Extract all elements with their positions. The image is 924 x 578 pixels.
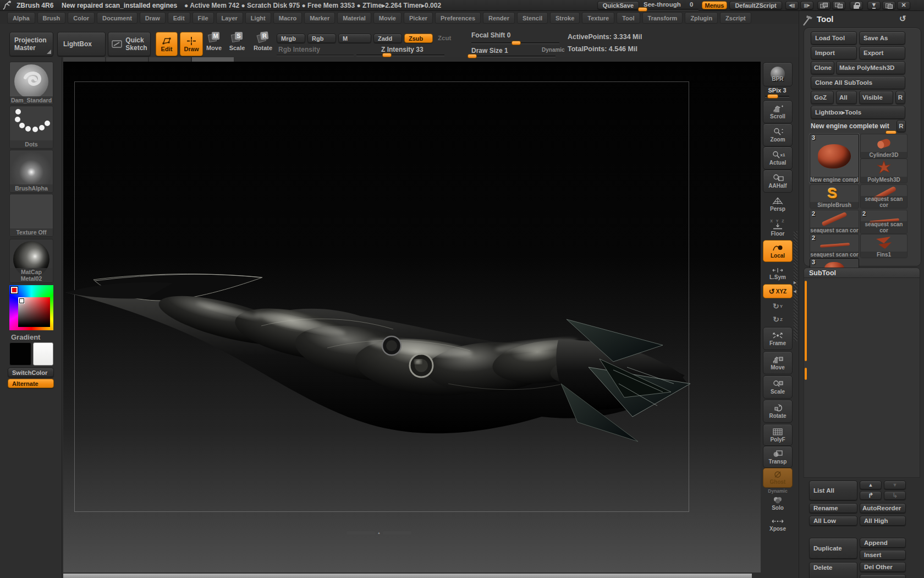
subtool-down-button[interactable]: ▼ (884, 481, 906, 489)
shelf-floor-button[interactable]: X Y Z Floor (763, 216, 793, 240)
menu-file[interactable]: File (193, 12, 214, 24)
default-zscript-button[interactable]: DefaultZScript (729, 1, 782, 9)
menu-brush[interactable]: Brush (37, 12, 66, 24)
stroke-thumbnail[interactable]: Dots (9, 106, 53, 149)
shelf-spix-slider[interactable]: SPix 3 (763, 87, 791, 98)
goz-r-button[interactable]: R (895, 91, 905, 104)
shelf-frame-button[interactable]: Frame (763, 327, 793, 350)
quicksave-button[interactable]: QuickSave (597, 1, 639, 9)
menu-tool[interactable]: Tool (617, 12, 640, 24)
color-picker[interactable] (9, 285, 53, 330)
autoreorder-button[interactable]: AutoReorder (860, 503, 906, 513)
draw-size-slider[interactable] (468, 56, 556, 57)
menu-draw[interactable]: Draw (140, 12, 166, 24)
menus-button[interactable]: Menus (702, 1, 727, 9)
draw-button[interactable]: Draw (180, 32, 203, 56)
menu-zplugin[interactable]: Zplugin (685, 12, 718, 24)
menu-transform[interactable]: Transform (642, 12, 683, 24)
rgb-button[interactable]: Rgb (307, 34, 336, 43)
draw-size-label[interactable]: Draw Size 1 (471, 47, 508, 54)
scrub-segment[interactable] (149, 57, 191, 62)
restore-window-button[interactable] (882, 1, 895, 9)
sculpt-model[interactable] (63, 62, 761, 572)
draw-size-slider-handle[interactable] (468, 54, 477, 58)
lightbox-button[interactable]: LightBox (57, 32, 106, 56)
menu-light[interactable]: Light (245, 12, 271, 24)
shelf-move-button[interactable]: Move (763, 351, 793, 374)
load-tool-button[interactable]: Load Tool (811, 31, 857, 45)
shrink-right-tray-button[interactable]: |||▸ (800, 1, 813, 9)
see-through-slider-handle[interactable] (638, 7, 647, 12)
active-tool-name[interactable]: New engine complete wit (811, 122, 893, 130)
color-picker-sv-square[interactable] (18, 297, 50, 327)
z-intensity-slider[interactable] (356, 54, 444, 56)
move-elements-right-button[interactable] (832, 1, 845, 9)
all-high-button[interactable]: All High (860, 516, 906, 526)
delete-button[interactable]: Delete (809, 562, 857, 578)
menu-layer[interactable]: Layer (216, 12, 243, 24)
subtool-scroll-indicator[interactable] (805, 281, 807, 361)
tool-thumb-polymesh3d[interactable]: PolyMesh3D (860, 159, 908, 183)
shrink-left-tray-button[interactable]: ◂||| (785, 1, 799, 9)
lock-button[interactable] (850, 1, 863, 9)
tool-thumb-fins1[interactable]: Fins1 (860, 234, 908, 258)
main-color-swatch[interactable] (9, 342, 31, 366)
zadd-button[interactable]: Zadd (373, 34, 402, 43)
tool-thumb-seaquest-3[interactable]: 2 seaquest scan cor (860, 210, 908, 234)
shelf-local-button[interactable]: Local (763, 240, 793, 262)
tool-panel-reset-icon[interactable]: ↺ (899, 14, 906, 24)
spix-slider-handle[interactable] (767, 94, 778, 99)
shelf-bpr-button[interactable]: BPR (763, 62, 793, 86)
quick-sketch-button[interactable]: Quick Sketch (108, 32, 151, 56)
export-button[interactable]: Export (859, 46, 905, 59)
append-button[interactable]: Append (860, 538, 906, 548)
divider-arrow-left-icon[interactable]: ◂ (794, 288, 796, 294)
shelf-aahalf-button[interactable]: AAHalf (763, 170, 793, 193)
subtool-up-button[interactable]: ▲ (860, 481, 882, 489)
clone-button[interactable]: Clone (811, 61, 834, 74)
scroll-arrows-icon[interactable]: ▲ (377, 531, 381, 535)
m-button[interactable]: M (338, 34, 371, 43)
zcut-label[interactable]: Zcut (438, 35, 451, 41)
menu-color[interactable]: Color (68, 12, 95, 24)
tray-divider-grip[interactable] (794, 231, 798, 341)
menu-material[interactable]: Material (337, 12, 371, 24)
duplicate-button[interactable]: Duplicate (809, 538, 857, 559)
secondary-color-swatch[interactable] (33, 342, 53, 366)
menu-stencil[interactable]: Stencil (517, 12, 548, 24)
clone-all-subtools-button[interactable]: Clone All SubTools (811, 76, 905, 89)
tool-thumb-seaquest-2[interactable]: 2 seaquest scan cor (810, 210, 859, 234)
dynamic-label[interactable]: Dynamic (542, 47, 565, 53)
shelf-scroll-button[interactable]: Scroll (763, 100, 793, 123)
active-tool-r-button[interactable]: R (897, 120, 906, 132)
shelf-transp-button[interactable]: Transp (763, 446, 793, 468)
shelf-rotate-y-button[interactable]: ↻ Y (763, 299, 793, 313)
tool-thumb-cylinder3d[interactable]: Cylinder3D (860, 134, 908, 159)
menu-texture[interactable]: Texture (582, 12, 614, 24)
list-all-button[interactable]: List All (809, 481, 857, 500)
bottom-resize-bar[interactable] (63, 574, 752, 578)
scrub-segment[interactable] (106, 57, 148, 62)
menu-stroke[interactable]: Stroke (550, 12, 580, 24)
shelf-actual-button[interactable]: x1 Actual (763, 146, 793, 170)
goz-all-button[interactable]: All (836, 91, 857, 104)
shelf-persp-button[interactable]: Persp (763, 193, 793, 216)
alpha-thumbnail[interactable]: BrushAlpha (9, 150, 53, 193)
scale-gyro-button[interactable]: S Scale (226, 32, 248, 56)
menu-edit[interactable]: Edit (168, 12, 190, 24)
shelf-xpose-button[interactable]: Xpose (763, 514, 793, 535)
shelf-scale-button[interactable]: Scale (763, 375, 793, 399)
all-low-button[interactable]: All Low (809, 516, 857, 526)
current-brush-thumbnail[interactable]: Dam_Standard (9, 62, 53, 105)
shelf-rotate-button[interactable]: Rotate (763, 400, 793, 423)
move-elements-left-button[interactable] (817, 1, 831, 9)
menu-macro[interactable]: Macro (273, 12, 302, 24)
rgb-intensity-slider[interactable] (277, 54, 354, 56)
save-as-button[interactable]: Save As (859, 31, 905, 45)
tool-thumb-seaquest-1[interactable]: seaquest scan cor (860, 184, 908, 209)
scrub-segment[interactable] (192, 57, 234, 62)
focal-shift-label[interactable]: Focal Shift 0 (471, 31, 510, 39)
partial-button[interactable] (860, 574, 906, 578)
subtool-move-in-button[interactable]: ↳ (884, 491, 906, 500)
menu-picker[interactable]: Picker (404, 12, 433, 24)
